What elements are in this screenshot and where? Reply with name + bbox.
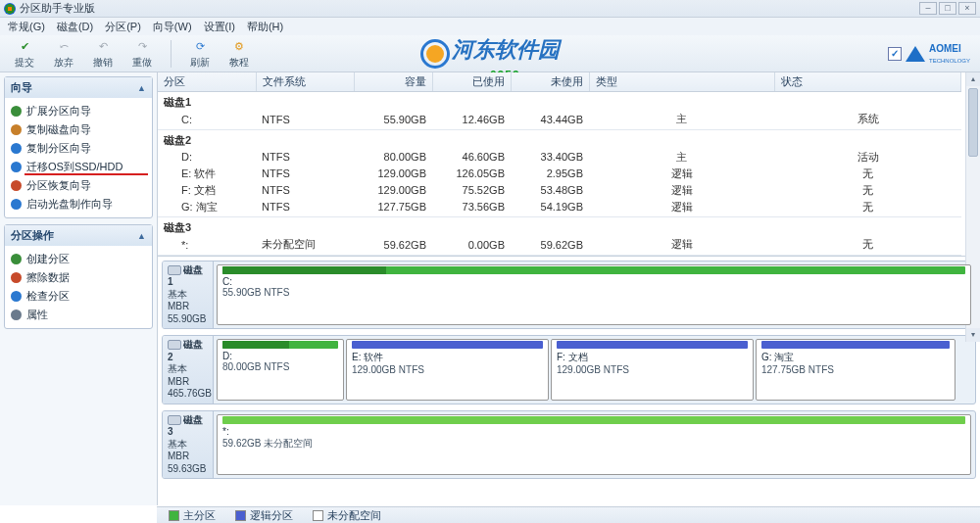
sidebar-item[interactable]: 检查分区 xyxy=(9,287,148,306)
sidebar-item-label: 检查分区 xyxy=(26,289,70,304)
partition-block[interactable]: D:80.00GB NTFS xyxy=(217,339,344,401)
column-header[interactable]: 分区 xyxy=(158,72,256,92)
undo-button[interactable]: ↶撤销 xyxy=(88,37,118,70)
bullet-icon xyxy=(11,124,22,135)
ops-header[interactable]: 分区操作▲ xyxy=(5,225,152,246)
bullet-icon xyxy=(11,106,22,117)
partition-block[interactable]: F: 文档129.00GB NTFS xyxy=(551,339,754,401)
undo-icon: ↶ xyxy=(94,37,112,55)
discard-button[interactable]: ⤺放弃 xyxy=(49,37,78,70)
sidebar-item[interactable]: 分区恢复向导 xyxy=(9,176,148,195)
sidebar-item-label: 扩展分区向导 xyxy=(26,104,91,119)
usage-bar xyxy=(222,341,338,349)
check-icon: ✔ xyxy=(16,37,33,55)
sidebar-item[interactable]: 扩展分区向导 xyxy=(9,102,148,120)
menu-wizard[interactable]: 向导(W) xyxy=(153,20,192,34)
bullet-icon xyxy=(11,143,22,154)
sidebar-item-label: 分区恢复向导 xyxy=(26,178,91,193)
column-header[interactable]: 容量 xyxy=(354,72,432,92)
disk-info[interactable]: 磁盘3基本 MBR59.63GB xyxy=(163,411,214,479)
bullet-icon xyxy=(11,309,22,320)
brand-logo-icon xyxy=(420,39,450,69)
window-title: 分区助手专业版 xyxy=(20,1,95,16)
redo-icon: ↷ xyxy=(133,37,151,55)
bullet-icon xyxy=(11,254,22,264)
refresh-icon: ⟳ xyxy=(191,37,209,55)
wizards-panel: 向导▲ 扩展分区向导复制磁盘向导复制分区向导迁移OS到SSD/HDD分区恢复向导… xyxy=(4,76,153,218)
close-button[interactable]: × xyxy=(958,2,976,15)
column-header[interactable]: 已使用 xyxy=(432,72,511,92)
left-sidebar: 向导▲ 扩展分区向导复制磁盘向导复制分区向导迁移OS到SSD/HDD分区恢复向导… xyxy=(0,72,157,505)
disk-map-row: 磁盘3基本 MBR59.63GB*:59.62GB 未分配空间 xyxy=(162,410,976,480)
aomei-logo[interactable]: ✓ AOMEITECHNOLOGY xyxy=(888,43,970,65)
bullet-icon xyxy=(11,272,22,283)
bullet-icon xyxy=(11,180,22,191)
bullet-icon xyxy=(11,199,22,210)
menu-disk[interactable]: 磁盘(D) xyxy=(57,20,93,34)
partition-row[interactable]: *:未分配空间59.62GB0.00GB59.62GB逻辑无 xyxy=(158,236,961,253)
collapse-icon: ▲ xyxy=(137,231,146,241)
gear-icon: ⚙ xyxy=(230,37,248,55)
title-bar: 分区助手专业版 – □ × xyxy=(0,0,980,18)
aomei-triangle-icon xyxy=(906,46,925,62)
sidebar-item[interactable]: 复制磁盘向导 xyxy=(9,120,148,139)
usage-bar xyxy=(222,416,965,424)
partition-row[interactable]: E: 软件NTFS129.00GB126.05GB2.95GB逻辑无 xyxy=(158,166,961,182)
disk-map-row: 磁盘1基本 MBR55.90GBC:55.90GB NTFS xyxy=(162,261,976,330)
disk-info[interactable]: 磁盘2基本 MBR465.76GB xyxy=(163,336,214,404)
usage-bar xyxy=(352,341,543,349)
usage-bar xyxy=(761,341,950,349)
partition-row[interactable]: F: 文档NTFS129.00GB75.52GB53.48GB逻辑无 xyxy=(158,182,961,199)
redo-button[interactable]: ↷重做 xyxy=(127,37,157,70)
sidebar-item-label: 复制分区向导 xyxy=(26,141,91,156)
sidebar-item[interactable]: 擦除数据 xyxy=(9,268,148,287)
bullet-icon xyxy=(11,162,22,172)
wizards-header[interactable]: 向导▲ xyxy=(5,77,152,98)
column-header[interactable]: 未使用 xyxy=(511,72,589,92)
sidebar-item[interactable]: 复制分区向导 xyxy=(9,139,148,158)
disk-icon xyxy=(168,340,181,350)
scroll-thumb[interactable] xyxy=(968,88,978,157)
legend-unalloc-swatch xyxy=(313,510,323,521)
sidebar-item[interactable]: 属性 xyxy=(9,306,148,324)
menu-help[interactable]: 帮助(H) xyxy=(247,20,283,34)
legend: 主分区 逻辑分区 未分配空间 xyxy=(157,506,980,523)
toolbar: ✔提交 ⤺放弃 ↶撤销 ↷重做 ⟳刷新 ⚙教程 河东软件园 www.pc0359… xyxy=(0,35,980,72)
sidebar-item[interactable]: 创建分区 xyxy=(9,250,148,268)
maximize-button[interactable]: □ xyxy=(939,2,956,15)
undo-all-icon: ⤺ xyxy=(55,37,73,55)
menu-general[interactable]: 常规(G) xyxy=(8,20,45,34)
refresh-button[interactable]: ⟳刷新 xyxy=(185,37,215,70)
disk-group-header: 磁盘2 xyxy=(158,129,961,149)
partition-table: 分区文件系统容量已使用未使用类型状态 磁盘1C:NTFS55.90GB12.46… xyxy=(158,72,980,257)
partition-block[interactable]: *:59.62GB 未分配空间 xyxy=(217,414,971,476)
minimize-button[interactable]: – xyxy=(919,2,937,15)
sidebar-item-label: 启动光盘制作向导 xyxy=(26,197,113,212)
menu-settings[interactable]: 设置(I) xyxy=(204,20,235,34)
disk-info[interactable]: 磁盘1基本 MBR55.90GB xyxy=(163,262,214,329)
partition-block[interactable]: E: 软件129.00GB NTFS xyxy=(346,339,549,401)
legend-primary-swatch xyxy=(169,510,179,521)
scroll-down-button[interactable]: ▾ xyxy=(966,328,980,342)
column-header[interactable]: 状态 xyxy=(775,72,961,92)
partition-block[interactable]: G: 淘宝127.75GB NTFS xyxy=(756,339,956,401)
legend-logical-swatch xyxy=(235,510,246,521)
main-content: 分区文件系统容量已使用未使用类型状态 磁盘1C:NTFS55.90GB12.46… xyxy=(157,72,980,505)
menu-partition[interactable]: 分区(P) xyxy=(105,20,141,34)
tutorial-button[interactable]: ⚙教程 xyxy=(224,37,254,70)
sidebar-item-label: 复制磁盘向导 xyxy=(26,122,91,137)
partition-row[interactable]: C:NTFS55.90GB12.46GB43.44GB主系统 xyxy=(158,111,961,127)
ops-panel: 分区操作▲ 创建分区擦除数据检查分区属性 xyxy=(4,224,153,329)
column-header[interactable]: 文件系统 xyxy=(256,72,354,92)
disk-map-row: 磁盘2基本 MBR465.76GBD:80.00GB NTFSE: 软件129.… xyxy=(162,335,976,404)
commit-button[interactable]: ✔提交 xyxy=(10,37,39,70)
sidebar-item[interactable]: 迁移OS到SSD/HDD xyxy=(9,158,148,176)
menu-bar: 常规(G) 磁盘(D) 分区(P) 向导(W) 设置(I) 帮助(H) xyxy=(0,18,980,35)
scroll-up-button[interactable]: ▴ xyxy=(966,72,980,86)
partition-row[interactable]: D:NTFS80.00GB46.60GB33.40GB主活动 xyxy=(158,149,961,166)
partition-row[interactable]: G: 淘宝NTFS127.75GB73.56GB54.19GB逻辑无 xyxy=(158,199,961,215)
column-header[interactable]: 类型 xyxy=(589,72,775,92)
partition-block[interactable]: C:55.90GB NTFS xyxy=(217,264,971,326)
collapse-icon: ▲ xyxy=(137,83,146,93)
sidebar-item[interactable]: 启动光盘制作向导 xyxy=(9,195,148,214)
